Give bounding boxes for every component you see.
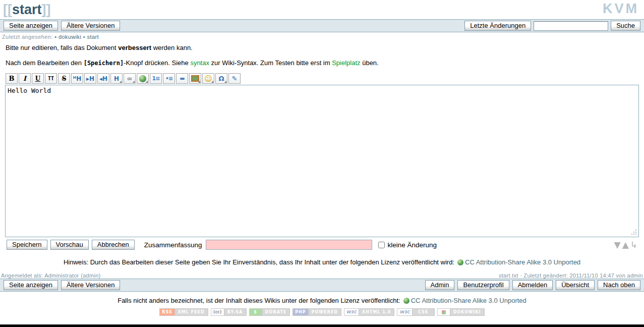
w3c-xhtml-badge-right: XHTML 1.0 (359, 309, 394, 315)
resize-grip-icon[interactable] (631, 230, 637, 235)
old-revisions-button[interactable]: Ältere Versionen (61, 21, 120, 31)
title-bracket-right: ]] (42, 2, 51, 17)
edit-intro-line2: Nach dem Bearbeiten den [Speichern]-Knop… (6, 59, 644, 67)
signature-icon[interactable]: ✎ (228, 73, 241, 84)
dokuwiki-logo-icon (442, 310, 446, 314)
license-hint: Hinweis: Durch das Bearbeiten dieser Sei… (0, 258, 644, 266)
php-badge[interactable]: PHP POWERED (292, 308, 341, 316)
license-hint-text: Hinweis: Durch das Bearbeiten dieser Sei… (64, 258, 454, 266)
cancel-button[interactable]: Abbrechen (92, 240, 135, 250)
image-icon[interactable] (189, 73, 201, 84)
headline-lower-icon[interactable]: ▸H (84, 73, 96, 84)
editor-bigger-icon[interactable]: ▲ (622, 240, 630, 250)
headline-same-icon[interactable]: ᴴH (71, 73, 83, 84)
top-button-bar: Seite anzeigen Ältere Versionen Letzte Ä… (0, 19, 644, 32)
profile-button[interactable]: Benutzerprofil (457, 280, 509, 290)
rss-badge-left: RSS (160, 309, 174, 315)
meta-row: Angemeldet als: Administrator (admin) st… (0, 272, 644, 279)
dokuwiki-badge-right: DOKUWIKI (450, 309, 484, 315)
omega-icon[interactable]: Ω (215, 73, 227, 84)
monospace-icon[interactable]: TT (45, 73, 57, 84)
internal-link-icon[interactable]: ∞ (124, 73, 136, 84)
wiki-editor: Hello World (5, 85, 639, 237)
rss-badge-right: XML FEED (174, 309, 208, 315)
cc-license-link[interactable]: CC Attribution-Share Alike 3.0 Unported (465, 258, 580, 266)
footer-license: Falls nicht anders bezeichnet, ist der I… (0, 297, 644, 304)
syntax-link[interactable]: syntax (190, 59, 209, 67)
unordered-list-icon[interactable]: •≡ (163, 73, 175, 84)
intro-text: -Knopf drücken. Siehe (124, 59, 190, 67)
search-input[interactable] (534, 21, 608, 31)
cc-badge-left: (cc) (211, 309, 224, 315)
editor-size-controls: ▼▲↳ (614, 240, 639, 250)
cc-badge[interactable]: (cc) BY-SA (211, 308, 247, 316)
w3c-xhtml-badge-left: W3C (344, 309, 359, 315)
smiley-icon[interactable]: ☺ (202, 73, 214, 84)
ordered-list-icon[interactable]: 1≡ (150, 73, 162, 84)
strikethrough-icon[interactable]: S (58, 73, 70, 84)
show-page-button-bottom[interactable]: Seite anzeigen (4, 280, 58, 290)
breadcrumb-separator: • (83, 34, 85, 40)
dokuwiki-badge[interactable]: DOKUWIKI (437, 308, 485, 316)
breadcrumb-label: Zuletzt angesehen: (2, 34, 53, 40)
italic-icon[interactable]: I (19, 73, 31, 84)
cc-globe-icon (457, 259, 463, 265)
summary-input[interactable] (206, 240, 372, 250)
w3c-css-badge[interactable]: W3C CSS (397, 308, 434, 316)
wiki-text-editor[interactable]: Hello World (6, 85, 638, 237)
edit-button-bar: Speichern Vorschau Abbrechen Zusammenfas… (5, 240, 639, 250)
save-key-label: [Speichern] (84, 60, 124, 67)
donate-badge-right: DONATE (262, 309, 290, 315)
php-badge-right: POWERED (308, 309, 341, 315)
donate-badge[interactable]: $ DONATE (249, 308, 290, 316)
summary-label: Zusammenfassung (144, 241, 202, 249)
breadcrumb-separator: • (54, 34, 56, 40)
bottom-button-bar: Seite anzeigen Ältere Versionen Admin Be… (0, 279, 644, 292)
w3c-xhtml-badge[interactable]: W3C XHTML 1.0 (344, 308, 395, 316)
php-badge-left: PHP (293, 309, 308, 315)
hr-icon[interactable]: ▬ (176, 73, 188, 84)
bold-icon[interactable]: B (6, 73, 18, 84)
page-title-text: start (12, 2, 42, 17)
breadcrumb-link-dokuwiki[interactable]: dokuwiki (58, 34, 81, 40)
intro-text: Bitte nur editieren, falls das Dokument (6, 44, 118, 51)
globe-icon (139, 75, 146, 82)
back-to-top-button[interactable]: Nach oben (598, 280, 640, 290)
sitemap-button[interactable]: Übersicht (556, 280, 595, 290)
headline-higher-icon[interactable]: ◂H (97, 73, 109, 84)
minor-edit-wrap: kleine Änderung (378, 241, 437, 249)
rss-badge[interactable]: RSS XML FEED (159, 308, 208, 316)
recent-changes-button[interactable]: Letzte Änderungen (464, 21, 531, 31)
donate-badge-left: $ (250, 309, 262, 315)
underline-icon[interactable]: U (32, 73, 44, 84)
intro-text: zur Wiki-Syntax. Zum Testen bitte erst i… (209, 59, 332, 67)
preview-button[interactable]: Vorschau (50, 240, 89, 250)
admin-button[interactable]: Admin (425, 280, 455, 290)
editor-smaller-icon[interactable]: ▼ (614, 240, 622, 250)
title-bracket-left: [[ (3, 2, 12, 17)
edit-intro-line1: Bitte nur editieren, falls das Dokument … (6, 44, 644, 51)
show-page-button[interactable]: Seite anzeigen (4, 21, 58, 31)
editor-wrap-toggle-icon[interactable]: ↳ (630, 240, 639, 250)
logout-button[interactable]: Abmelden (512, 280, 553, 290)
footer-cc-license-link[interactable]: CC Attribution-Share Alike 3.0 Unported (411, 297, 526, 304)
minor-edit-checkbox[interactable] (378, 242, 385, 248)
footer-badges: RSS XML FEED (cc) BY-SA $ DONATE PHP POW… (0, 308, 644, 316)
search-button[interactable]: Suche (611, 21, 640, 31)
intro-text: Nach dem Bearbeiten den (6, 59, 84, 67)
page-header: [[start]] KVM (0, 0, 644, 19)
intro-text: üben. (361, 59, 379, 67)
breadcrumb-link-start[interactable]: start (87, 34, 99, 40)
picture-icon (191, 75, 199, 82)
old-revisions-button-bottom[interactable]: Ältere Versionen (61, 280, 120, 290)
footer-license-text: Falls nicht anders bezeichnet, ist der I… (118, 297, 400, 304)
playground-link[interactable]: Spielplatz (332, 59, 360, 67)
w3c-css-badge-left: W3C (397, 309, 412, 315)
bottom-edge (0, 324, 644, 327)
intro-bold-text: verbessert (118, 44, 151, 51)
cc-badge-right: BY-SA (224, 309, 246, 315)
headline-select-icon[interactable]: H (110, 73, 123, 84)
cc-globe-icon (403, 298, 409, 304)
external-link-icon[interactable] (137, 73, 149, 84)
save-button[interactable]: Speichern (7, 240, 47, 250)
